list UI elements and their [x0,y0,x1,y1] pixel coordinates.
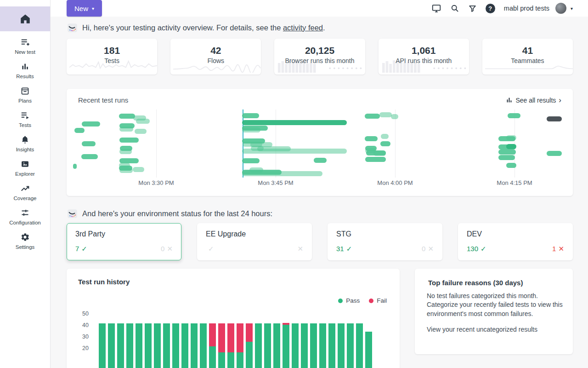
test-run-pill[interactable] [119,126,133,132]
timeline-time-label: Mon 3:30 PM [138,179,174,186]
sidebar-item-label: Insights [16,147,34,152]
env-pass-count: 31✓ [336,245,352,253]
test-run-pill[interactable] [135,129,147,134]
new-button-label: New [74,5,88,12]
history-bar [365,332,372,368]
topbar: New ▾ ? mabl prod tests ▾ [51,0,588,17]
stat-card-teammates[interactable]: 41Teammates [482,39,573,75]
activity-feed-link[interactable]: activity feed [283,23,323,32]
pass-segment [237,352,243,368]
test-run-pill[interactable] [242,120,347,125]
test-run-pill[interactable] [506,135,516,140]
test-run-pill[interactable] [508,113,520,118]
pass-segment [154,323,161,368]
env-fail-count: 1✕ [552,245,564,253]
insights-icon [20,134,30,145]
history-bar [356,323,363,368]
test-run-pill[interactable] [242,149,347,154]
sidebar-item-coverage[interactable]: Coverage [0,182,50,201]
test-run-pill[interactable] [242,113,259,118]
stat-card-browser-runs-this-month[interactable]: 20,125Browser runs this month [274,39,365,75]
test-run-pill[interactable] [547,151,562,156]
test-run-pill[interactable] [73,164,77,169]
env-card-3rd-party[interactable]: 3rd Party7✓0✕ [67,223,181,260]
stat-card-api-runs-this-month[interactable]: 1,061API runs this month [379,39,469,75]
test-run-pill[interactable] [506,144,516,149]
mabl-logo-icon [67,22,78,33]
see-all-results-link[interactable]: See all results › [506,96,561,104]
failures-title: Top failure reasons (30 days) [427,279,561,287]
stat-value: 1,061 [379,45,469,56]
test-run-pill[interactable] [391,114,398,119]
pass-segment [356,323,363,368]
stat-label: API runs this month [379,57,469,64]
stat-label: Tests [67,57,157,64]
pass-segment [191,323,198,368]
org-name[interactable]: mabl prod tests [504,5,549,12]
sidebar-item-tests[interactable]: Tests [0,109,50,128]
test-run-pill[interactable] [119,149,132,154]
recent-runs-header: Recent test runs See all results › [67,89,573,104]
env-fail-count: 0✕ [161,245,173,253]
test-run-pill[interactable] [498,150,516,155]
test-run-pill[interactable] [381,134,389,139]
test-run-pill[interactable] [314,158,327,163]
test-run-pill[interactable] [82,121,100,126]
test-run-pill[interactable] [119,138,139,143]
env-pass-count: 7✓ [75,245,87,253]
new-button[interactable]: New ▾ [67,0,102,17]
sidebar-item-home[interactable] [0,6,50,31]
test-run-pill[interactable] [119,168,133,173]
test-run-pill[interactable] [242,127,260,132]
pass-segment [319,323,326,368]
sidebar-item-plans[interactable]: Plans [0,85,50,104]
test-run-pill[interactable] [380,141,390,146]
test-run-pill[interactable] [82,141,96,146]
avatar[interactable] [555,3,566,14]
pass-segment [227,352,234,368]
test-run-pill[interactable] [133,167,144,172]
test-run-pill[interactable] [119,114,135,119]
env-card-dev[interactable]: DEV130✓1✕ [458,223,573,260]
history-bar [145,323,152,368]
search-icon[interactable] [450,4,459,13]
uncategorized-results-link[interactable]: View your recent uncategorized results [427,325,565,334]
test-run-pill[interactable] [373,151,386,156]
test-run-pill[interactable] [365,157,386,162]
pass-segment [117,323,124,368]
environment-status-heading: And here's your environment status for t… [67,207,573,220]
sidebar-item-settings[interactable]: Settings [0,231,50,250]
env-fail-count: ✕ [295,245,303,253]
test-run-pill[interactable] [136,119,150,124]
env-pass-count: 130✓ [467,245,486,253]
topbar-actions: ? mabl prod tests ▾ [431,3,573,14]
help-icon[interactable]: ? [486,4,495,13]
sidebar-item-configuration[interactable]: Configuration [0,207,50,226]
test-run-pill[interactable] [506,163,516,168]
env-card-stg[interactable]: STG31✓0✕ [328,223,442,260]
desktop-icon[interactable] [431,3,441,13]
sidebar-item-results[interactable]: Results [0,60,50,80]
test-run-pill[interactable] [242,158,260,163]
stat-card-tests[interactable]: 181Tests [67,39,157,75]
test-run-pill[interactable] [81,154,98,159]
test-run-pill[interactable] [547,116,562,121]
sidebar-item-new-test[interactable]: New test [0,36,50,55]
test-run-history-chart: 50403020 [67,269,400,368]
sidebar-item-explorer[interactable]: Explorer [0,158,50,177]
chevron-right-icon: › [559,96,561,104]
sidebar-item-insights[interactable]: Insights [0,133,50,153]
test-run-pill[interactable] [498,155,515,160]
test-run-pill[interactable] [379,112,392,117]
test-run-pill[interactable] [242,171,322,176]
timeline-time-label: Mon 3:45 PM [258,179,293,186]
filter-icon[interactable] [468,4,477,13]
env-card-ee-upgrade[interactable]: EE Upgrade✓✕ [197,223,312,260]
test-run-pill[interactable] [74,128,85,133]
tests-icon [20,110,30,121]
explorer-icon [20,159,30,170]
test-run-pill[interactable] [365,114,380,119]
stat-card-flows[interactable]: 42Flows [170,39,261,75]
test-run-pill[interactable] [365,136,378,141]
chevron-down-icon[interactable]: ▾ [571,6,573,11]
